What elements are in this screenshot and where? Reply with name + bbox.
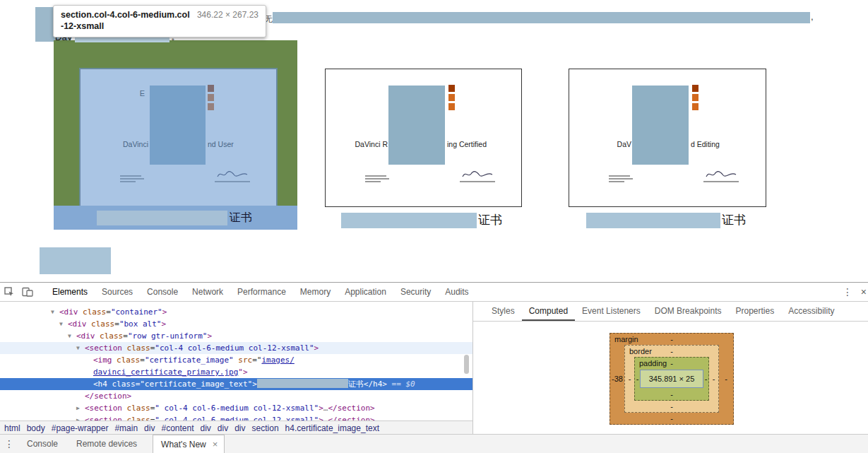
crumb-div[interactable]: div	[201, 423, 211, 433]
tab-accessibility[interactable]: Accessibility	[781, 302, 841, 321]
drawer-tab-close-icon[interactable]: ×	[213, 439, 218, 449]
signature-caption-line	[460, 181, 495, 182]
tab-network[interactable]: Network	[185, 283, 230, 301]
caption-suffix-text: 证书	[230, 211, 252, 225]
box-model-diagram: margin- -38 border- - padding- -	[610, 333, 734, 425]
tree-node-h4-selected[interactable]: <h4 class="certificate_image_text">证书</h…	[0, 378, 472, 390]
padding-right-value: -	[703, 369, 708, 389]
certificate-caption-3: 证书	[586, 212, 746, 228]
border-right-value: -	[709, 357, 718, 401]
crumb-html[interactable]: html	[4, 423, 20, 433]
redacted-paragraph-text	[273, 12, 810, 23]
certificate-card-3[interactable]: DaV d Editing	[569, 69, 766, 207]
tab-console[interactable]: Console	[140, 283, 185, 301]
expand-arrow-icon[interactable]: ▼	[68, 330, 76, 342]
certificate-text-right: d Editing	[691, 140, 720, 148]
margin-label: margin	[614, 334, 638, 345]
tree-node-div-row[interactable]: ▼<div class="row gtr-uniform">	[0, 330, 472, 342]
tree-node-div-box-alt[interactable]: ▼<div class="box alt">	[0, 318, 472, 330]
border-label: border	[629, 346, 652, 357]
paragraph-trailing-punctuation: ,	[811, 11, 814, 22]
devtools-tab-bar: Elements Sources Console Network Perform…	[45, 283, 476, 301]
devtools-close-icon[interactable]: ×	[861, 283, 867, 301]
crumb-page-wrapper[interactable]: #page-wrapper	[52, 423, 109, 433]
signature-caption-line	[703, 181, 739, 182]
crumb-body[interactable]: body	[27, 423, 45, 433]
tab-security[interactable]: Security	[393, 283, 438, 301]
tab-computed[interactable]: Computed	[522, 302, 575, 321]
tab-performance[interactable]: Performance	[230, 283, 293, 301]
collapse-arrow-icon[interactable]: ▶	[76, 414, 85, 420]
tooltip-dimensions: 346.22 × 267.23	[197, 9, 258, 20]
redacted-certificate-name	[632, 86, 689, 165]
tree-node-div-container[interactable]: ▼<div class="container">	[0, 306, 472, 318]
resource-link[interactable]: images/	[261, 355, 294, 365]
certificate-card-2[interactable]: DaVinci R ing Certified	[325, 69, 522, 207]
logo-dot-icon	[448, 85, 455, 92]
drawer-item-console[interactable]: Console	[27, 439, 58, 449]
margin-top-value: -	[670, 335, 673, 343]
certificate-text-left: DaV	[569, 140, 631, 148]
crumb-content[interactable]: #content	[161, 423, 194, 433]
tree-node-section-hovered[interactable]: ▼<section class="col-4 col-6-medium col-…	[0, 342, 472, 354]
sidebar-tab-bar: Styles Computed Event Listeners DOM Brea…	[473, 302, 868, 322]
crumb-section[interactable]: section	[252, 423, 279, 433]
logo-dot-icon	[692, 85, 698, 92]
devtools-menu-icon[interactable]: ⋮	[843, 283, 852, 301]
crumb-h4-selected[interactable]: h4.certificate_image_text	[285, 423, 379, 433]
drawer-item-remote-devices[interactable]: Remote devices	[76, 439, 137, 449]
tab-dom-breakpoints[interactable]: DOM Breakpoints	[648, 302, 729, 321]
certificate-fineprint	[609, 175, 633, 184]
crumb-div[interactable]: div	[234, 423, 245, 433]
inspect-content-overlay	[79, 68, 278, 207]
margin-left-value: -38	[610, 345, 624, 413]
tree-scrollbar[interactable]	[464, 355, 469, 374]
device-toolbar-icon[interactable]	[18, 287, 37, 297]
tree-node-img-wrap[interactable]: davinci_certificate_primary.jpg">	[0, 366, 472, 378]
styles-sidebar: Styles Computed Event Listeners DOM Brea…	[472, 302, 868, 435]
expand-arrow-icon[interactable]: ▼	[51, 306, 59, 318]
tooltip-selector: section.col-4.col-6-medium.col-12-xsmall	[61, 9, 190, 32]
tab-application[interactable]: Application	[338, 283, 393, 301]
drawer-tab-whats-new[interactable]: What's New ×	[153, 435, 225, 453]
drawer-tab-label: What's New	[161, 440, 206, 449]
resource-link[interactable]: davinci_certificate_primary.jpg	[93, 367, 238, 377]
expand-arrow-icon[interactable]: ▼	[59, 318, 68, 330]
tab-sources[interactable]: Sources	[95, 283, 140, 301]
padding-top-value: -	[670, 359, 673, 367]
tab-memory[interactable]: Memory	[293, 283, 338, 301]
redacted-caption-text	[97, 211, 227, 225]
crumb-div[interactable]: div	[218, 423, 228, 433]
inspect-element-icon[interactable]	[0, 287, 18, 297]
elements-pane: ▼<div class="container"> ▼<div class="bo…	[0, 302, 472, 435]
margin-right-value: -	[719, 345, 733, 413]
tab-styles[interactable]: Styles	[484, 302, 522, 321]
tree-node-section-collapsed[interactable]: ▶<section class=" col-4 col-6-medium col…	[0, 414, 472, 420]
caption-suffix-text: 证书	[722, 212, 746, 228]
crumb-div[interactable]: div	[144, 423, 155, 433]
logo-dot-icon	[692, 103, 698, 110]
expand-arrow-icon[interactable]: ▼	[76, 342, 85, 354]
tree-node-img[interactable]: <img class="certificate_image" src="imag…	[0, 354, 472, 366]
certificate-logo-dots	[692, 85, 698, 110]
tab-audits[interactable]: Audits	[438, 283, 475, 301]
selected-node-flag: == $0	[392, 380, 415, 389]
inspect-highlight-section: E DaVinci nd User 证书	[54, 40, 297, 230]
dom-tree: ▼<div class="container"> ▼<div class="bo…	[0, 302, 472, 420]
certificate-fineprint	[365, 175, 389, 184]
tab-properties[interactable]: Properties	[728, 302, 781, 321]
certificate-logo-dots	[448, 85, 455, 110]
margin-bottom-value: -	[670, 414, 673, 423]
tree-node-section-collapsed[interactable]: ▶<section class=" col-4 col-6-medium col…	[0, 402, 472, 414]
collapse-arrow-icon[interactable]: ▶	[76, 402, 85, 414]
content-box-dimensions: 345.891 × 25	[640, 370, 703, 388]
tab-elements[interactable]: Elements	[45, 283, 95, 301]
border-box: border- - padding- - 345.891 × 25 -	[624, 345, 719, 413]
border-bottom-value: -	[670, 402, 673, 411]
padding-box: padding- - 345.891 × 25 - -	[634, 357, 709, 401]
breadcrumb: html body #page-wrapper #main div #conte…	[0, 420, 472, 435]
tab-event-listeners[interactable]: Event Listeners	[575, 302, 648, 321]
drawer-menu-icon[interactable]: ⋮	[0, 438, 18, 449]
crumb-main[interactable]: #main	[114, 423, 138, 433]
tree-node-section-close[interactable]: </section>	[0, 390, 472, 402]
